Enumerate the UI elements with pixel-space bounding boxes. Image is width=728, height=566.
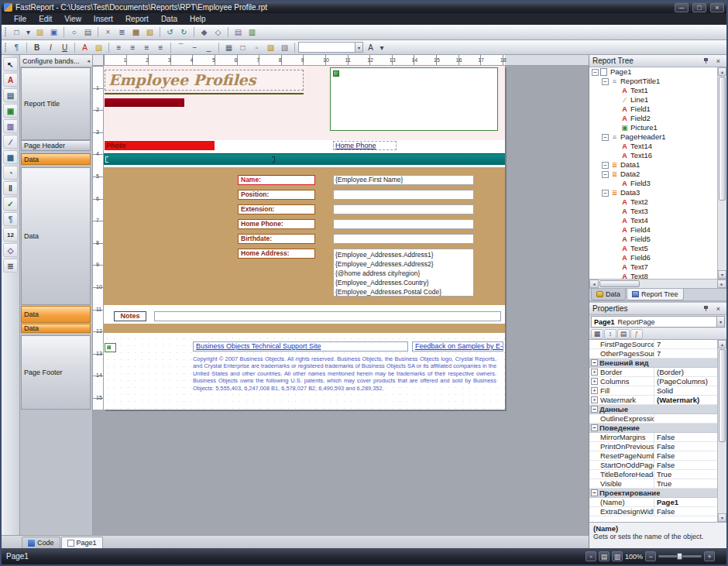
support-site-link[interactable]: Business Objects Technical Support Site: [193, 341, 408, 352]
chevron-down-icon[interactable]: ▾: [355, 43, 362, 52]
picture-tool-icon[interactable]: ▣: [3, 104, 18, 118]
home-phone-label-object[interactable]: Home Phone: [333, 141, 397, 150]
text-tool-icon[interactable]: A: [3, 73, 18, 87]
cut-button[interactable]: ×: [101, 26, 115, 38]
field-value[interactable]: {Employee.First Name}: [333, 175, 474, 185]
dark-red-field-object[interactable]: [105, 98, 184, 107]
menu-item-report[interactable]: Report: [119, 13, 155, 25]
field-value[interactable]: [333, 190, 474, 200]
title-underline-object[interactable]: [105, 93, 304, 94]
report-title-text[interactable]: Employee Profiles: [105, 70, 304, 91]
tree-item-page1[interactable]: −Page1: [589, 67, 717, 77]
expander-icon[interactable]: −: [602, 190, 609, 197]
expander-icon[interactable]: +: [591, 396, 598, 403]
property-row[interactable]: OtherPagesSource7: [589, 349, 717, 358]
line-color-button[interactable]: ▨: [278, 42, 291, 53]
page-footer-band[interactable]: Business Objects Technical Support Site …: [104, 335, 505, 410]
expander-icon[interactable]: −: [602, 134, 609, 141]
highlight-color-button[interactable]: ▨: [92, 42, 105, 53]
scroll-right-icon[interactable]: ▸: [717, 280, 726, 288]
field-value[interactable]: {Employee_Addresses.Address1} {Employee_…: [333, 249, 474, 297]
menu-item-insert[interactable]: Insert: [88, 13, 119, 25]
band-block[interactable]: Data: [21, 167, 91, 305]
new-dropdown-button[interactable]: ▾: [24, 26, 33, 38]
align-middle-button[interactable]: −: [188, 42, 201, 53]
field-label[interactable]: Name:: [238, 175, 315, 185]
properties-events-view-icon[interactable]: ƒ: [630, 329, 643, 339]
copy-button[interactable]: ≣: [115, 26, 129, 38]
maximize-button[interactable]: □: [692, 3, 706, 12]
rich-text-tool-icon[interactable]: ¶: [3, 212, 18, 226]
tree-horizontal-scrollbar[interactable]: ◂ ▸: [589, 279, 726, 288]
property-row[interactable]: +Watermark(Watermark): [589, 396, 717, 405]
property-row[interactable]: OutlineExpression: [589, 414, 717, 424]
view-facing-icon[interactable]: ▥: [612, 551, 623, 561]
zoom-in-icon[interactable]: +: [704, 551, 715, 561]
property-row[interactable]: ResetPageNumberFalse: [589, 451, 717, 461]
checkbox-tool-icon[interactable]: ✓: [3, 197, 18, 211]
print-button[interactable]: ▤: [81, 26, 94, 38]
scroll-left-icon[interactable]: ◂: [589, 280, 599, 288]
field-label[interactable]: Home Address:: [238, 249, 315, 259]
align-center-button[interactable]: ≡: [126, 42, 139, 53]
scrollbar-thumb[interactable]: [599, 280, 640, 287]
expander-icon[interactable]: −: [602, 78, 609, 85]
view-single-page-icon[interactable]: ▫: [585, 551, 596, 561]
tree-item-line1[interactable]: ∕Line1: [589, 95, 717, 105]
field-label[interactable]: Position:: [238, 190, 315, 200]
close-button[interactable]: ×: [710, 3, 724, 12]
toolbar-grip[interactable]: [4, 43, 8, 53]
property-row[interactable]: TitleBeforeHeaderTrue: [589, 470, 717, 479]
data1-band[interactable]: [104, 153, 505, 165]
menu-item-help[interactable]: Help: [184, 13, 212, 25]
field-value[interactable]: [333, 219, 474, 229]
redo-button[interactable]: ↻: [177, 26, 191, 38]
property-value[interactable]: Page1: [654, 498, 717, 506]
align-bottom-button[interactable]: _: [202, 42, 215, 53]
tree-item-text3[interactable]: AText3: [589, 207, 717, 216]
property-row[interactable]: (Name)Page1: [589, 498, 717, 507]
property-row[interactable]: ExtraDesignWidthFalse: [589, 507, 717, 516]
band-tool-icon[interactable]: ▤: [3, 88, 18, 102]
style-button[interactable]: ¶: [10, 42, 23, 53]
report-title-band[interactable]: Employee Profiles: [104, 66, 505, 140]
open-button[interactable]: ▨: [33, 26, 46, 38]
align-left-button[interactable]: ≡: [112, 42, 125, 53]
border-none-button[interactable]: ▫: [250, 42, 263, 53]
expander-icon[interactable]: −: [602, 162, 609, 169]
band-block[interactable]: Page Footer: [21, 335, 91, 410]
tree-item-data1[interactable]: −≣Data1: [589, 160, 717, 170]
ungroup-button[interactable]: ◇: [211, 26, 225, 38]
group-button[interactable]: ◆: [197, 26, 211, 38]
data3-band[interactable]: Notes: [104, 306, 505, 323]
collapse-panel-icon[interactable]: ◂: [87, 58, 90, 64]
feedback-link[interactable]: Feedback on Samples by E-mail: [412, 341, 503, 352]
menu-item-edit[interactable]: Edit: [33, 13, 58, 25]
field-label[interactable]: Birthdate:: [238, 234, 315, 244]
scrollbar-thumb[interactable]: [719, 349, 726, 442]
pin-icon[interactable]: [701, 57, 711, 66]
save-button[interactable]: ▣: [47, 26, 60, 38]
properties-categorized-icon[interactable]: ▦: [591, 329, 603, 339]
font-style-dropdown-button[interactable]: ▾: [378, 42, 386, 53]
property-value[interactable]: (PageColumns): [654, 377, 717, 386]
menu-item-data[interactable]: Data: [155, 13, 184, 25]
expander-icon[interactable]: −: [602, 171, 609, 178]
select-tool-icon[interactable]: ↖: [3, 57, 18, 71]
scroll-up-icon[interactable]: ▴: [718, 67, 726, 76]
underline-button[interactable]: U: [58, 42, 71, 53]
property-value[interactable]: [654, 414, 717, 423]
barcode-tool-icon[interactable]: ‖: [3, 181, 18, 195]
insert-band-button[interactable]: ▤: [232, 26, 245, 38]
page-header-band[interactable]: Photo Home Phone: [104, 140, 505, 151]
property-category[interactable]: −Внешний вид: [589, 358, 717, 368]
expander-icon[interactable]: −: [591, 424, 598, 431]
page-number-tool-icon[interactable]: 12: [3, 228, 18, 242]
toolbar-grip[interactable]: [4, 27, 8, 37]
property-category[interactable]: −Проектирование: [589, 489, 717, 498]
zoom-slider-thumb[interactable]: [677, 553, 682, 560]
field-value[interactable]: [333, 234, 474, 244]
zoom-slider[interactable]: [658, 555, 702, 557]
properties-alphabetical-icon[interactable]: ↕: [604, 329, 616, 339]
italic-button[interactable]: I: [44, 42, 57, 53]
